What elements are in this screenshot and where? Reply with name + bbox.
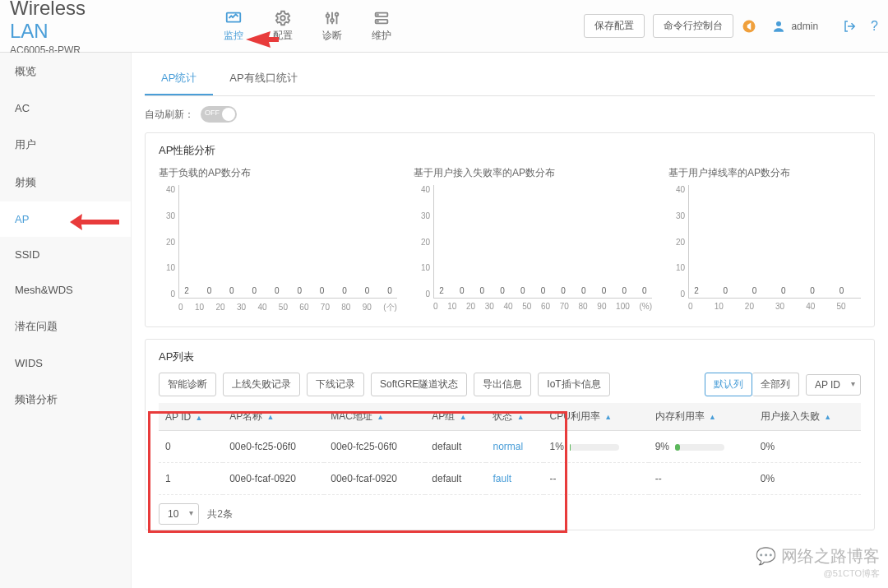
save-config-button[interactable]: 保存配置: [584, 14, 645, 38]
chart-2: 基于用户掉线率的AP数分布403020100200000000102030405…: [668, 166, 861, 317]
topnav-maintain-label: 维护: [372, 29, 391, 43]
main: AP统计 AP有线口统计 自动刷新： OFF AP性能分析 基于负载的AP数分布…: [132, 53, 888, 588]
page-size-dropdown[interactable]: 10: [159, 503, 199, 525]
perf-panel: AP性能分析 基于负载的AP数分布40302010020000000000102…: [145, 132, 875, 327]
sliders-icon: [323, 9, 341, 27]
tab-ap-wired-stats[interactable]: AP有线口统计: [213, 63, 313, 95]
btn-offline-log[interactable]: 下线记录: [307, 373, 364, 396]
svg-point-7: [377, 14, 378, 15]
btn-export[interactable]: 导出信息: [474, 373, 531, 396]
user-area[interactable]: admin: [771, 19, 818, 34]
filter-field-dropdown[interactable]: AP ID: [806, 374, 861, 396]
tab-ap-stats[interactable]: AP统计: [145, 63, 213, 95]
ap-list-title: AP列表: [159, 350, 861, 364]
topnav-monitor[interactable]: 监控: [224, 9, 243, 43]
server-icon: [372, 9, 391, 27]
top-nav: 监控 配置 诊断 维护: [224, 9, 391, 43]
topnav-diagnose-label: 诊断: [322, 29, 342, 43]
status-link[interactable]: fault: [493, 473, 511, 484]
chart-title: 基于负载的AP数分布: [159, 166, 397, 180]
watermark: 💬 网络之路博客 @51CTO博客: [756, 545, 880, 580]
chart-title: 基于用户接入失败率的AP数分布: [414, 166, 652, 180]
table-row[interactable]: 100e0-fcaf-092000e0-fcaf-0920defaultfaul…: [159, 463, 861, 495]
col-header[interactable]: 用户接入失败 ▲: [754, 403, 861, 431]
gear-icon: [274, 9, 292, 27]
ap-list-panel: AP列表 智能诊断 上线失败记录 下线记录 SoftGRE隧道状态 导出信息 I…: [145, 339, 875, 530]
cli-console-button[interactable]: 命令行控制台: [653, 14, 733, 38]
logo-title: Wireless LAN: [10, 0, 125, 43]
col-header[interactable]: 状态 ▲: [486, 403, 543, 431]
monitor-icon: [224, 9, 243, 27]
sidebar-item-overview[interactable]: 概览: [0, 53, 131, 90]
sidebar-item-mesh[interactable]: Mesh&WDS: [0, 272, 131, 308]
svg-point-10: [776, 21, 781, 26]
sidebar-item-user[interactable]: 用户: [0, 126, 131, 164]
header: Wireless LAN AC6005-8-PWR 监控 配置 诊断 维护 保存…: [0, 0, 888, 53]
chart-title: 基于用户掉线率的AP数分布: [668, 166, 861, 180]
ap-list-toolbar: 智能诊断 上线失败记录 下线记录 SoftGRE隧道状态 导出信息 IoT插卡信…: [159, 373, 861, 396]
chart-0: 基于负载的AP数分布403020100200000000001020304050…: [159, 166, 397, 317]
auto-refresh-toggle[interactable]: OFF: [201, 106, 237, 123]
svg-point-8: [377, 21, 378, 22]
col-header[interactable]: AP ID ▲: [159, 403, 223, 431]
sidebar-item-wids[interactable]: WIDS: [0, 345, 131, 381]
col-header[interactable]: AP名称 ▲: [223, 403, 324, 431]
svg-point-1: [280, 16, 285, 21]
layout: 概览 AC 用户 射频 AP SSID Mesh&WDS 潜在问题 WIDS 频…: [0, 53, 888, 588]
btn-online-fail[interactable]: 上线失败记录: [223, 373, 300, 396]
btn-softgre[interactable]: SoftGRE隧道状态: [371, 373, 467, 396]
sidebar-item-issues[interactable]: 潜在问题: [0, 308, 131, 345]
svg-point-3: [331, 19, 334, 22]
logo: Wireless LAN AC6005-8-PWR: [10, 0, 125, 56]
topnav-config[interactable]: 配置: [273, 9, 293, 43]
perf-panel-title: AP性能分析: [159, 143, 861, 158]
btn-all-cols[interactable]: 全部列: [752, 373, 799, 396]
content-tabs: AP统计 AP有线口统计: [145, 63, 875, 96]
sidebar-item-ac[interactable]: AC: [0, 90, 131, 126]
user-name: admin: [791, 21, 818, 32]
sidebar-item-rf[interactable]: 射频: [0, 164, 131, 201]
chart-1: 基于用户接入失败率的AP数分布4030201002000000000001020…: [414, 166, 652, 317]
sidebar-item-ap[interactable]: AP: [0, 201, 131, 237]
alert-icon[interactable]: [742, 19, 756, 34]
pager-total: 共2条: [207, 507, 233, 521]
col-header[interactable]: CPU利用率 ▲: [543, 403, 649, 431]
col-header[interactable]: MAC地址 ▲: [324, 403, 425, 431]
status-link[interactable]: normal: [493, 441, 523, 452]
btn-smart-diag[interactable]: 智能诊断: [159, 373, 216, 396]
btn-iot[interactable]: IoT插卡信息: [538, 373, 609, 396]
help-icon[interactable]: ?: [871, 19, 878, 34]
svg-point-2: [326, 14, 330, 17]
topnav-maintain[interactable]: 维护: [372, 9, 391, 43]
col-header[interactable]: 内存利用率 ▲: [649, 403, 754, 431]
logout-icon[interactable]: [843, 19, 858, 34]
svg-point-4: [335, 13, 339, 16]
toggle-state: OFF: [205, 109, 220, 117]
sidebar-item-spectrum[interactable]: 频谱分析: [0, 381, 131, 419]
header-right: 保存配置 命令行控制台 admin ?: [584, 14, 878, 38]
user-icon: [771, 19, 786, 34]
sidebar-item-ssid[interactable]: SSID: [0, 237, 131, 272]
btn-default-cols[interactable]: 默认列: [705, 373, 752, 396]
col-header[interactable]: AP组 ▲: [425, 403, 486, 431]
topnav-diagnose[interactable]: 诊断: [322, 9, 342, 43]
charts-row: 基于负载的AP数分布403020100200000000001020304050…: [159, 166, 861, 317]
pager: 10 共2条: [159, 503, 861, 525]
ap-table: AP ID ▲AP名称 ▲MAC地址 ▲AP组 ▲状态 ▲CPU利用率 ▲内存利…: [159, 403, 861, 495]
table-row[interactable]: 000e0-fc25-06f000e0-fc25-06f0defaultnorm…: [159, 431, 861, 463]
auto-refresh-label: 自动刷新：: [145, 108, 194, 122]
auto-refresh-row: 自动刷新： OFF: [145, 106, 875, 123]
sidebar: 概览 AC 用户 射频 AP SSID Mesh&WDS 潜在问题 WIDS 频…: [0, 53, 132, 588]
topnav-monitor-label: 监控: [224, 29, 243, 43]
topnav-config-label: 配置: [273, 29, 293, 43]
